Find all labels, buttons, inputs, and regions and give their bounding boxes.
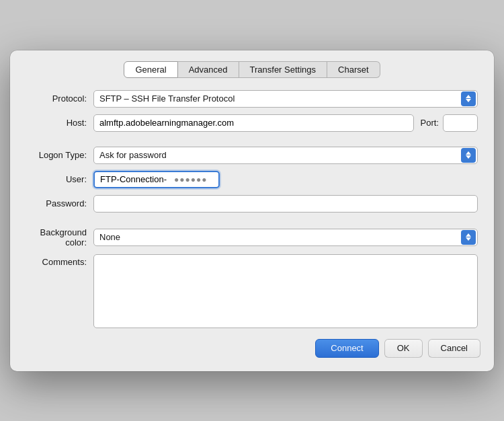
protocol-row: Protocol: SFTP – SSH File Transfer Proto… [26, 90, 478, 108]
host-row: Host: Port: [26, 114, 478, 132]
protocol-select-wrapper: SFTP – SSH File Transfer Protocol [93, 90, 478, 108]
comments-label: Comments: [26, 254, 93, 267]
port-label: Port: [421, 118, 439, 128]
tab-bar: General Advanced Transfer Settings Chars… [24, 61, 480, 78]
tab-advanced[interactable]: Advanced [178, 61, 239, 78]
tab-transfer-settings[interactable]: Transfer Settings [239, 61, 328, 78]
buttons-row: Connect OK Cancel [24, 339, 480, 358]
user-input[interactable] [93, 171, 220, 188]
cancel-button[interactable]: Cancel [428, 339, 480, 358]
port-input[interactable] [443, 114, 478, 132]
form-section: Protocol: SFTP – SSH File Transfer Proto… [24, 90, 480, 328]
password-row: Password: [26, 195, 478, 213]
tab-general[interactable]: General [124, 61, 177, 78]
comments-textarea[interactable] [93, 254, 478, 328]
logon-type-select[interactable]: Ask for password [93, 147, 478, 164]
host-label: Host: [26, 118, 93, 128]
host-input[interactable] [93, 114, 414, 132]
logon-type-select-wrapper: Ask for password [93, 147, 478, 164]
background-color-select-wrapper: None [93, 229, 478, 246]
protocol-select[interactable]: SFTP – SSH File Transfer Protocol [93, 90, 478, 108]
user-label: User: [26, 174, 93, 184]
background-color-label: Background color: [26, 227, 93, 247]
ok-button[interactable]: OK [384, 339, 423, 358]
password-label: Password: [26, 198, 93, 208]
protocol-label: Protocol: [26, 93, 93, 104]
comments-row: Comments: [26, 254, 478, 328]
logon-type-label: Logon Type: [26, 150, 93, 160]
background-color-row: Background color: None [26, 227, 478, 247]
tab-charset[interactable]: Charset [327, 61, 380, 78]
user-field-container: ●●●●●● [93, 171, 478, 188]
connect-button[interactable]: Connect [315, 339, 378, 358]
background-color-select[interactable]: None [93, 229, 478, 246]
password-input[interactable] [93, 195, 478, 213]
logon-type-row: Logon Type: Ask for password [26, 147, 478, 164]
user-row: User: ●●●●●● [26, 171, 478, 188]
site-manager-dialog: General Advanced Transfer Settings Chars… [10, 50, 494, 371]
